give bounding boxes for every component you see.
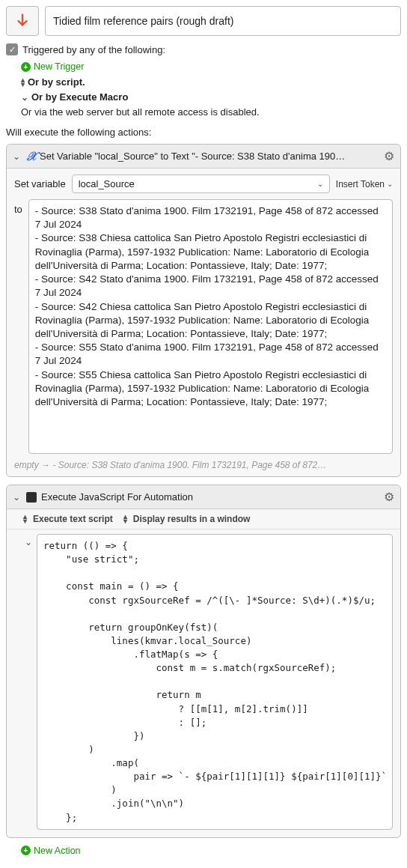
actions-heading: Will execute the following actions:	[6, 127, 401, 138]
disclosure-toggle[interactable]: ⌄	[13, 492, 22, 503]
arrow-icon: →	[41, 460, 52, 470]
action-title: Set Variable "local_Source" to Text "- S…	[40, 151, 379, 162]
or-by-execute-macro-row[interactable]: ⌄ Or by Execute Macro	[21, 91, 401, 103]
set-variable-label: Set variable	[14, 178, 66, 189]
plus-icon: +	[21, 62, 31, 72]
variable-name-input[interactable]: local_Source ⌄	[72, 174, 330, 193]
chevron-down-icon: ⌄	[387, 180, 393, 188]
chevron-down-icon: ⌄	[317, 180, 323, 188]
variable-value-textarea[interactable]: - Source: S38 Stato d'anima 1900. Film 1…	[28, 199, 393, 454]
plus-icon: +	[21, 846, 31, 855]
macro-title-input[interactable]: Tidied film reference pairs (rough draft…	[45, 6, 401, 36]
gear-icon[interactable]: ⚙	[384, 490, 394, 504]
or-via-web-row: Or via the web server but all remote acc…	[21, 106, 401, 118]
terminal-icon	[26, 492, 37, 503]
script-textarea[interactable]: return (() => { "use strict"; const main…	[37, 534, 393, 830]
display-results-dropdown[interactable]: ▴▾ Display results in a window	[123, 514, 251, 524]
empty-label: empty	[14, 460, 39, 470]
updown-icon: ▴▾	[21, 78, 25, 87]
updown-icon: ▴▾	[123, 515, 127, 523]
empty-preview: - Source: S38 Stato d'anima 1900. Film 1…	[52, 460, 326, 470]
to-label: to	[14, 199, 22, 215]
chevron-down-icon: ⌄	[21, 92, 28, 103]
macro-title-text: Tidied film reference pairs (rough draft…	[53, 15, 233, 27]
execute-text-script-dropdown[interactable]: ▴▾ Execute text script	[23, 514, 113, 524]
updown-icon: ▴▾	[23, 515, 27, 523]
action-title: Execute JavaScript For Automation	[41, 491, 379, 503]
trigger-heading: Triggered by any of the following:	[22, 44, 165, 55]
macro-icon[interactable]	[6, 6, 39, 36]
triggers-enabled-checkbox[interactable]: ✓	[6, 43, 18, 55]
or-by-script-row[interactable]: ▴▾ Or by script.	[21, 76, 401, 88]
code-disclosure-toggle[interactable]: ⌄	[25, 534, 32, 830]
action-set-variable: ⌄ 𝒳 Set Variable "local_Source" to Text …	[6, 144, 401, 477]
disclosure-toggle[interactable]: ⌄	[13, 151, 22, 162]
new-action-button[interactable]: + New Action	[21, 846, 401, 856]
action-execute-javascript: ⌄ Execute JavaScript For Automation ⚙ ▴▾…	[6, 485, 401, 838]
new-trigger-button[interactable]: + New Trigger	[21, 61, 401, 72]
gear-icon[interactable]: ⚙	[384, 149, 394, 163]
insert-token-button[interactable]: Insert Token ⌄	[336, 179, 393, 189]
variable-x-icon: 𝒳	[26, 150, 35, 163]
